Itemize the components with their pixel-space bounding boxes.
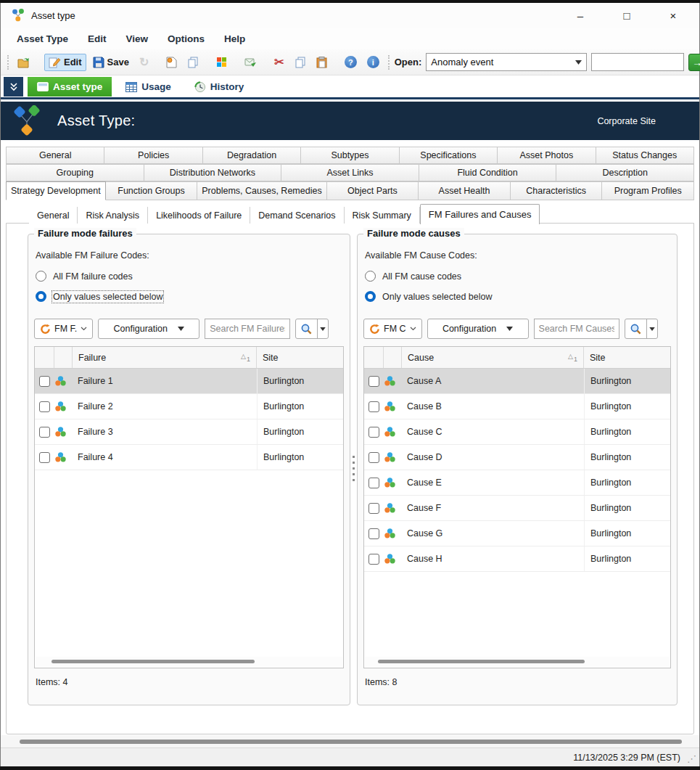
tab[interactable]: Grouping [6,164,144,181]
site-column-header[interactable]: Site [584,347,670,368]
menu-item[interactable]: Asset Type [17,33,68,44]
table-row[interactable]: Cause F Burlington [364,496,670,521]
search-button[interactable] [296,319,317,338]
icon-column-header[interactable] [54,347,73,368]
sub-tab[interactable]: Risk Summary [345,207,420,224]
info-button[interactable]: i [363,54,383,70]
table-row[interactable]: Cause C Burlington [364,419,670,445]
table-row[interactable]: Failure 1 Burlington [35,369,343,394]
window-scrollbar-thumb[interactable] [20,740,682,744]
search-fm-causes-input[interactable] [534,319,619,339]
fm-causes-dropdown-button[interactable]: FM C [363,319,422,339]
new-document-button[interactable] [162,54,181,70]
tab[interactable]: Object Parts [326,181,419,200]
row-checkbox[interactable] [368,376,379,387]
configuration-dropdown[interactable]: Configuration [98,319,199,339]
search-options-button[interactable] [317,319,328,338]
open-combobox[interactable]: Anomaly event [426,53,587,71]
copy-document-button[interactable] [184,54,202,70]
table-row[interactable]: Cause H Burlington [364,546,670,572]
sub-tab[interactable]: Risk Analysis [78,207,148,224]
radio-only-selected-values[interactable]: Only values selected below [365,291,492,302]
menu-item[interactable]: Options [168,33,205,44]
icon-column-header[interactable] [384,347,402,368]
sub-tab[interactable]: FM Failures and Causes [420,204,540,224]
tab[interactable]: Fluid Condition [419,164,557,181]
table-row[interactable]: Cause G Burlington [364,521,670,546]
failure-column-header[interactable]: Failure △1 [73,347,257,368]
tab[interactable]: Function Groups [105,181,198,200]
tab[interactable]: Asset Health [418,181,511,200]
view-tab-asset-type[interactable]: Asset type [28,77,112,97]
row-checkbox[interactable] [39,452,50,463]
row-checkbox[interactable] [368,401,379,412]
checkbox-column-header[interactable] [364,347,384,368]
sub-tab[interactable]: Likelihoods of Failure [148,207,250,224]
site-column-header[interactable]: Site [257,347,343,368]
row-checkbox[interactable] [368,478,379,488]
panel-splitter[interactable] [352,456,355,486]
table-row[interactable]: Failure 4 Burlington [35,445,343,470]
table-row[interactable]: Cause A Burlington [364,369,670,394]
table-row[interactable]: Failure 3 Burlington [35,419,343,445]
view-tab-history[interactable]: History [185,77,254,97]
radio-only-selected-values[interactable]: Only values selected below [36,291,162,302]
go-button[interactable]: → [688,54,700,71]
tab[interactable]: Program Profiles [601,181,694,200]
table-row[interactable]: Cause B Burlington [364,394,670,419]
cut-button[interactable]: ✂ [271,53,287,71]
copy-button[interactable] [291,54,310,70]
row-checkbox[interactable] [368,554,379,565]
table-row[interactable]: Cause E Burlington [364,470,670,496]
open-search-input[interactable] [591,53,684,71]
row-checkbox[interactable] [39,427,50,438]
fm-failures-dropdown-button[interactable]: FM F. [34,319,93,339]
tab[interactable]: Characteristics [510,181,603,200]
search-button[interactable] [625,319,646,338]
menu-item[interactable]: Help [224,33,245,44]
tab[interactable]: Description [556,164,694,181]
scrollbar-thumb[interactable] [52,660,255,663]
tab[interactable]: Distribution Networks [144,164,282,181]
row-checkbox[interactable] [368,503,379,514]
row-checkbox[interactable] [39,401,50,412]
table-horizontal-scrollbar[interactable] [365,657,670,667]
refresh-button[interactable]: ↻ [136,53,152,71]
collapse-tabs-button[interactable] [4,77,23,97]
tab[interactable]: Strategy Development [6,181,106,200]
help-button[interactable]: ? [341,54,361,70]
windows-button[interactable] [213,54,231,70]
table-row[interactable]: Failure 2 Burlington [35,394,343,419]
cause-column-header[interactable]: Cause △1 [402,347,584,368]
sub-tab[interactable]: General [29,207,78,224]
table-horizontal-scrollbar[interactable] [36,657,342,667]
view-tab-usage[interactable]: Usage [116,77,181,97]
maximize-button[interactable]: □ [611,5,643,25]
search-options-button[interactable] [646,319,657,338]
row-checkbox[interactable] [368,452,379,463]
save-button[interactable]: Save [89,54,133,70]
search-fm-failures-input[interactable] [205,319,290,339]
table-row[interactable]: Cause D Burlington [364,445,670,470]
radio-all-fm-cause-codes[interactable]: All FM cause codes [365,271,461,282]
open-folder-button[interactable] [14,54,34,70]
minimize-button[interactable]: – [564,5,596,25]
scrollbar-thumb[interactable] [378,660,585,663]
checkbox-column-header[interactable] [35,347,54,368]
close-button[interactable]: × [657,5,689,25]
radio-all-fm-failure-codes[interactable]: All FM failure codes [36,271,133,282]
tab[interactable]: Asset Photos [497,147,596,164]
tab[interactable]: Problems, Causes, Remedies [197,181,326,200]
edit-button[interactable]: Edit [44,54,86,71]
send-button[interactable] [241,55,260,70]
menu-item[interactable]: Edit [88,33,107,44]
tab[interactable]: Policies [104,147,202,164]
tab[interactable]: Status Changes [596,147,694,164]
tab[interactable]: Degradation [202,147,301,164]
menu-item[interactable]: View [126,33,149,44]
tab[interactable]: Specifications [399,147,498,164]
tab[interactable]: General [6,147,104,164]
resize-grip-icon[interactable]: ⋰ [687,753,696,764]
sub-tab[interactable]: Demand Scenarios [250,207,344,224]
paste-button[interactable] [313,54,331,70]
